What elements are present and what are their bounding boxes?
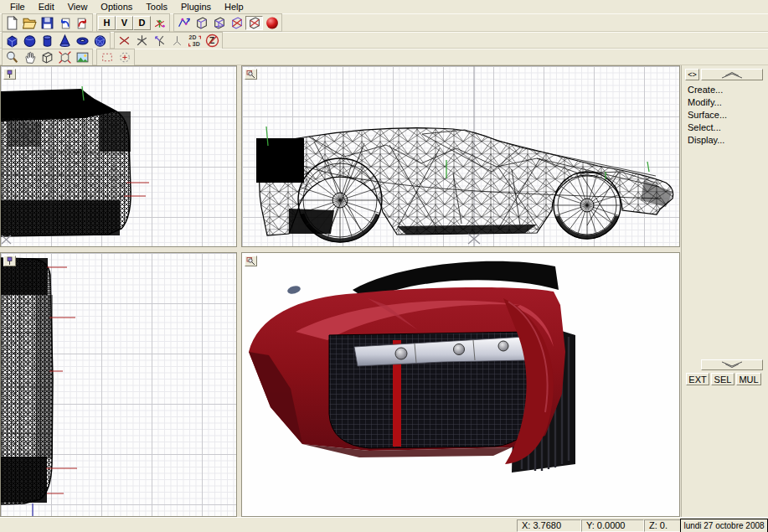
display-wireframe-button[interactable] <box>193 16 210 30</box>
cube-icon <box>5 34 19 48</box>
menu-file[interactable]: File <box>3 1 32 13</box>
viewport-zoom-button[interactable] <box>245 69 257 80</box>
create-sphere-button[interactable] <box>21 34 39 48</box>
axes-arrow-button[interactable] <box>151 34 168 48</box>
show-axes-button[interactable] <box>151 16 168 30</box>
viewport-top-wireframe[interactable] <box>0 252 237 517</box>
create-torus-button[interactable] <box>74 34 91 48</box>
save-icon <box>40 16 54 30</box>
ext-mode-button[interactable]: EXT <box>686 373 709 385</box>
z-lock-button[interactable]: Z <box>204 34 221 48</box>
viewport-pin-button[interactable] <box>3 69 16 80</box>
rotate-view-button[interactable] <box>39 50 56 65</box>
redo-icon <box>75 16 90 30</box>
viewport-area <box>0 65 681 517</box>
convert-2d-3d-icon: 2D3D <box>187 34 204 48</box>
zoom-tool-button[interactable] <box>3 50 21 65</box>
zoom-region-icon <box>246 256 255 266</box>
display-hidden-line-button[interactable] <box>228 16 245 30</box>
menu-options[interactable]: Options <box>94 1 139 13</box>
redo-button[interactable] <box>74 16 91 30</box>
hand-icon <box>23 50 37 65</box>
panel-scroll-down-button[interactable] <box>701 359 763 370</box>
panel-item-surface[interactable]: Surface... <box>682 108 768 121</box>
viewport-pin-button[interactable] <box>3 256 16 266</box>
menu-tools[interactable]: Tools <box>139 1 174 13</box>
convert-2d-3d-button[interactable]: 2D3D <box>186 34 204 48</box>
move-view-button[interactable] <box>56 50 74 65</box>
panel-item-display[interactable]: Display... <box>682 133 768 146</box>
status-z-coordinate: Z: 0. <box>644 519 683 532</box>
marquee-select-button[interactable] <box>98 50 116 65</box>
car-top-mesh <box>1 258 53 504</box>
top-view-wireframe <box>1 253 236 516</box>
toolbar-group-primitives <box>2 32 111 49</box>
toolbar-file: H V D <box>0 13 768 32</box>
display-shaded-wire-button[interactable] <box>210 16 228 30</box>
toolbar-group-axes: 2D3D Z <box>114 32 223 49</box>
target-select-button[interactable] <box>116 50 133 65</box>
collapse-glyph: <> <box>688 70 697 79</box>
display-xray-icon <box>247 16 262 30</box>
toolbar-group-view-toggles: H V D <box>96 13 170 32</box>
display-hidden-line-icon <box>229 16 245 30</box>
toolbar-group-file <box>2 13 93 32</box>
viewport-side-wireframe[interactable] <box>241 65 680 247</box>
new-document-button[interactable] <box>3 16 21 30</box>
viewport-rear-wireframe[interactable] <box>0 65 237 247</box>
show-axes-icon <box>152 16 167 30</box>
display-shaded-wire-icon <box>212 16 227 30</box>
h-label: H <box>104 18 111 28</box>
panel-item-create[interactable]: Create... <box>682 83 768 96</box>
edit-curve-button[interactable] <box>175 16 193 30</box>
horizontal-view-button[interactable]: H <box>98 16 116 30</box>
display-xray-button[interactable] <box>245 16 263 30</box>
undo-button[interactable] <box>56 16 74 30</box>
depth-view-button[interactable]: D <box>133 16 151 30</box>
menu-view[interactable]: View <box>61 1 95 13</box>
display-render-button[interactable] <box>263 16 281 30</box>
vertical-view-button[interactable]: V <box>116 16 133 30</box>
front-wheel <box>554 172 621 239</box>
status-x-coordinate: X: 3.7680 <box>517 519 581 532</box>
panel-collapse-button[interactable]: <> <box>685 69 699 80</box>
save-button[interactable] <box>39 16 56 30</box>
new-document-icon <box>5 16 19 30</box>
zoom-region-icon <box>246 70 255 79</box>
pan-tool-button[interactable] <box>21 50 39 65</box>
sel-mode-button[interactable]: SEL <box>711 373 734 385</box>
menu-edit[interactable]: Edit <box>32 1 61 13</box>
open-file-icon <box>23 16 37 30</box>
display-wireframe-icon <box>194 16 209 30</box>
toolbar-navigation <box>0 49 768 65</box>
svg-text:3D: 3D <box>192 41 199 47</box>
viewport-3d-render[interactable] <box>241 252 680 517</box>
undo-icon <box>58 16 72 30</box>
menu-help[interactable]: Help <box>218 1 250 13</box>
render-preview-button[interactable] <box>74 50 91 65</box>
mul-mode-button[interactable]: MUL <box>736 373 761 385</box>
open-file-button[interactable] <box>21 16 39 30</box>
geosphere-icon <box>93 34 107 48</box>
panel-item-select[interactable]: Select... <box>682 121 768 133</box>
pin-icon <box>5 70 14 79</box>
panel-scroll-up-button[interactable] <box>701 69 763 80</box>
viewport-zoom-button[interactable] <box>245 256 257 266</box>
create-cone-button[interactable] <box>56 34 74 48</box>
render-preview-icon <box>75 50 90 65</box>
create-geosphere-button[interactable] <box>91 34 109 48</box>
rear-wheel <box>298 158 382 242</box>
menu-plugins[interactable]: Plugins <box>174 1 218 13</box>
menu-bar: File Edit View Options Tools Plugins Hel… <box>0 0 768 13</box>
marquee-select-icon <box>100 50 115 65</box>
axes-star-button[interactable] <box>133 34 151 48</box>
create-cylinder-button[interactable] <box>39 34 56 48</box>
tool-panel: <> Create... Modify... Surface... Select… <box>681 65 768 517</box>
axes-thin-button[interactable] <box>168 34 186 48</box>
panel-item-modify[interactable]: Modify... <box>682 96 768 108</box>
zoom-icon <box>5 50 19 65</box>
create-cube-button[interactable] <box>3 34 21 48</box>
headlight-right <box>498 341 508 351</box>
axes-red-button[interactable] <box>116 34 133 48</box>
car-rear-mesh <box>1 89 131 236</box>
